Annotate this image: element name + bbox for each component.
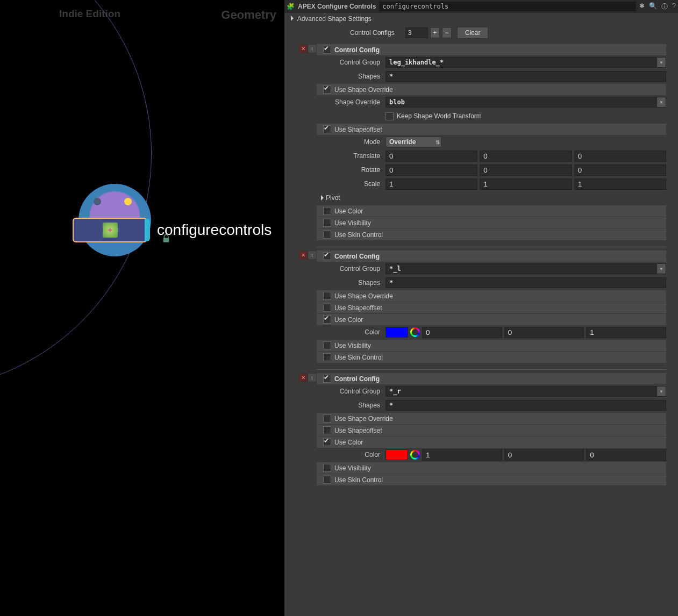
color-r-field[interactable] bbox=[422, 449, 502, 461]
rotate-z-field[interactable] bbox=[574, 164, 666, 176]
color-swatch[interactable] bbox=[386, 449, 408, 460]
use-shape-override-check[interactable] bbox=[323, 414, 331, 422]
context-label: Geometry bbox=[221, 8, 276, 22]
use-visibility-check[interactable] bbox=[323, 464, 331, 472]
lock-icon[interactable] bbox=[161, 234, 171, 246]
color-label: Color bbox=[317, 451, 386, 459]
scale-z-field[interactable] bbox=[574, 178, 666, 190]
node-name: configurecontrols bbox=[157, 221, 272, 239]
help-icon[interactable]: ? bbox=[672, 2, 676, 11]
config-enable-check[interactable] bbox=[323, 375, 331, 383]
add-config-button[interactable]: + bbox=[430, 27, 440, 38]
config-block: ✕ ↕ Control Config Control Group *_l▼ Sh… bbox=[317, 250, 666, 370]
node-tile[interactable]: ✦ bbox=[73, 218, 147, 242]
use-color-check[interactable] bbox=[323, 207, 331, 215]
use-color-check[interactable] bbox=[323, 438, 331, 446]
scale-y-field[interactable] bbox=[480, 178, 572, 190]
configs-count-field[interactable] bbox=[405, 27, 428, 38]
use-shape-override-row[interactable]: Use Shape Override bbox=[317, 84, 666, 95]
gear-icon[interactable]: ✱ bbox=[639, 2, 645, 11]
translate-z-field[interactable] bbox=[574, 151, 666, 162]
use-visibility-row[interactable]: Use Visibility bbox=[317, 462, 666, 474]
clear-configs-button[interactable]: Clear bbox=[457, 27, 489, 39]
reorder-config-button[interactable]: ↕ bbox=[308, 44, 317, 53]
use-shape-override-check[interactable] bbox=[323, 292, 331, 300]
color-g-field[interactable] bbox=[504, 449, 584, 461]
network-viewport[interactable]: Indie Edition Geometry ✦ configurecontro… bbox=[0, 0, 284, 616]
config-header[interactable]: Control Config bbox=[317, 250, 666, 262]
info-icon[interactable]: ⓘ bbox=[661, 2, 668, 11]
delete-config-button[interactable]: ✕ bbox=[298, 44, 308, 53]
control-group-field[interactable]: *_l▼ bbox=[386, 263, 666, 274]
use-skin-control-check[interactable] bbox=[323, 231, 331, 239]
parameters-panel: 🧩 APEX Configure Controls configurecontr… bbox=[284, 0, 678, 616]
color-b-field[interactable] bbox=[586, 327, 666, 338]
use-color-row[interactable]: Use Color bbox=[317, 314, 666, 325]
use-shapeoffset-row[interactable]: Use Shapeoffset bbox=[317, 302, 666, 313]
separator bbox=[317, 247, 666, 247]
shapes-field[interactable]: * bbox=[386, 400, 666, 411]
advanced-shape-header[interactable]: Advanced Shape Settings bbox=[284, 13, 678, 25]
scale-x-field[interactable] bbox=[386, 178, 477, 190]
color-picker-icon[interactable] bbox=[410, 450, 420, 460]
use-skin-control-check[interactable] bbox=[323, 476, 331, 484]
remove-config-button[interactable]: − bbox=[442, 27, 452, 38]
pivot-row[interactable]: Pivot bbox=[317, 191, 666, 205]
use-shapeoffset-check[interactable] bbox=[323, 125, 331, 133]
use-skin-control-check[interactable] bbox=[323, 353, 331, 361]
node-path-field[interactable]: configurecontrols bbox=[379, 2, 636, 11]
reorder-config-button[interactable]: ↕ bbox=[308, 373, 317, 382]
control-group-field[interactable]: *_r▼ bbox=[386, 386, 666, 397]
use-color-check[interactable] bbox=[323, 316, 331, 324]
config-header[interactable]: Control Config bbox=[317, 44, 666, 55]
use-skin-control-row[interactable]: Use Skin Control bbox=[317, 229, 666, 240]
use-skin-control-row[interactable]: Use Skin Control bbox=[317, 352, 666, 363]
use-visibility-check[interactable] bbox=[323, 219, 331, 227]
node-type-icon: 🧩 bbox=[287, 3, 295, 10]
use-shape-override-row[interactable]: Use Shape Override bbox=[317, 413, 666, 424]
use-color-row[interactable]: Use Color bbox=[317, 205, 666, 217]
chevron-down-icon: ▼ bbox=[657, 264, 666, 274]
chevron-down-icon: ▼ bbox=[657, 97, 666, 107]
config-title: Control Config bbox=[334, 46, 380, 54]
delete-config-button[interactable]: ✕ bbox=[298, 250, 308, 260]
keep-world-check[interactable] bbox=[386, 112, 394, 120]
rotate-x-field[interactable] bbox=[386, 164, 477, 176]
color-g-field[interactable] bbox=[504, 327, 584, 338]
config-enable-check[interactable] bbox=[323, 252, 331, 260]
shape-override-field[interactable]: blob▼ bbox=[386, 97, 666, 108]
separator bbox=[317, 369, 666, 370]
control-group-field[interactable]: leg_ikhandle_*▼ bbox=[386, 57, 666, 68]
translate-x-field[interactable] bbox=[386, 151, 477, 162]
mode-select[interactable]: Override⇅ bbox=[386, 137, 441, 147]
control-group-label: Control Group bbox=[317, 59, 386, 66]
color-b-field[interactable] bbox=[586, 449, 666, 461]
shapes-field[interactable]: * bbox=[386, 71, 666, 82]
color-r-field[interactable] bbox=[422, 327, 502, 338]
config-header[interactable]: Control Config bbox=[317, 373, 666, 384]
rotate-label: Rotate bbox=[317, 166, 386, 174]
config-enable-check[interactable] bbox=[323, 46, 331, 54]
use-shapeoffset-row[interactable]: Use Shapeoffset bbox=[317, 425, 666, 436]
use-color-row[interactable]: Use Color bbox=[317, 436, 666, 448]
control-configs-label: Control Configs bbox=[350, 29, 400, 37]
use-visibility-row[interactable]: Use Visibility bbox=[317, 340, 666, 351]
node[interactable]: ✦ configurecontrols bbox=[73, 218, 272, 242]
use-shape-override-check[interactable] bbox=[323, 85, 331, 94]
color-picker-icon[interactable] bbox=[410, 327, 420, 337]
reorder-config-button[interactable]: ↕ bbox=[308, 250, 317, 260]
delete-config-button[interactable]: ✕ bbox=[298, 373, 308, 382]
shapes-field[interactable]: * bbox=[386, 277, 666, 288]
rotate-y-field[interactable] bbox=[480, 164, 572, 176]
use-visibility-row[interactable]: Use Visibility bbox=[317, 217, 666, 228]
search-icon[interactable]: 🔍 bbox=[649, 2, 657, 11]
use-shapeoffset-check[interactable] bbox=[323, 304, 331, 312]
panel-header: 🧩 APEX Configure Controls configurecontr… bbox=[284, 0, 678, 13]
use-visibility-check[interactable] bbox=[323, 341, 331, 349]
use-skin-control-row[interactable]: Use Skin Control bbox=[317, 474, 666, 485]
use-shapeoffset-check[interactable] bbox=[323, 426, 331, 434]
color-swatch[interactable] bbox=[386, 327, 408, 338]
use-shapeoffset-row[interactable]: Use Shapeoffset bbox=[317, 124, 666, 135]
use-shape-override-row[interactable]: Use Shape Override bbox=[317, 290, 666, 302]
translate-y-field[interactable] bbox=[480, 151, 572, 162]
